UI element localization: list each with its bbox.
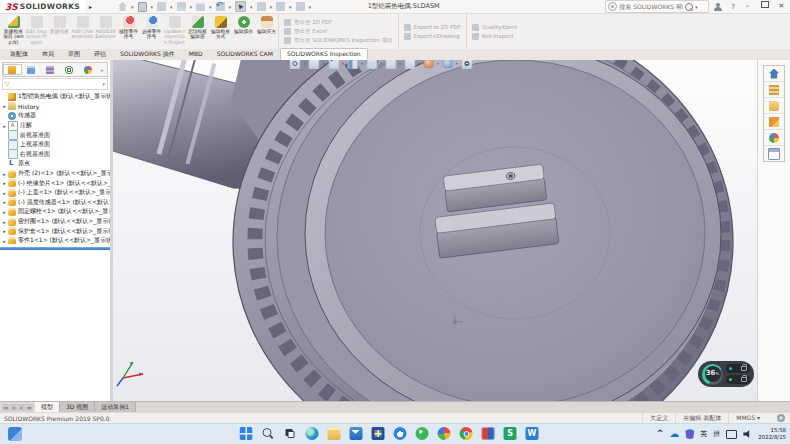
ribbon-tab[interactable]: 评估 — [87, 48, 113, 60]
ribbon-button[interactable]: 编辑检查方式 — [209, 14, 232, 49]
zoom-level-dial[interactable]: 36% — [702, 364, 723, 385]
expand-arrow-icon[interactable] — [1, 171, 8, 177]
tree-item[interactable]: History — [1, 102, 110, 112]
expand-arrow-icon[interactable] — [1, 199, 8, 205]
expand-arrow-icon[interactable] — [1, 238, 8, 244]
task-view-icon[interactable] — [284, 427, 297, 440]
edge-icon[interactable] — [306, 427, 319, 440]
units-selector[interactable]: MMGS ▾ — [728, 413, 767, 423]
search-icon[interactable] — [262, 427, 275, 440]
status-tag-icon[interactable] — [777, 414, 785, 422]
previous-view-icon[interactable] — [328, 60, 339, 69]
zoom-area-icon[interactable] — [309, 60, 320, 69]
tab-scroll-next-icon[interactable]: ▸ — [18, 404, 25, 411]
save-icon[interactable] — [177, 2, 186, 11]
ribbon-button[interactable]: 新建检查项目 (amp;N) — [2, 14, 25, 49]
display-style-icon[interactable] — [385, 60, 396, 69]
security-shield-icon[interactable] — [685, 429, 694, 439]
tree-item[interactable]: 右视基准面 — [1, 150, 110, 160]
configurationmanager-tab-icon[interactable] — [41, 64, 60, 75]
home-icon[interactable] — [118, 2, 127, 11]
minimize-button[interactable]: – — [739, 0, 756, 13]
file-explorer-icon[interactable] — [328, 427, 341, 440]
document-tab[interactable]: 3D 视图 — [60, 402, 95, 412]
speaker-icon[interactable] — [743, 430, 752, 439]
hide-show-items-icon[interactable] — [404, 60, 415, 69]
ribbon-tab[interactable]: 布局 — [35, 48, 61, 60]
ime-language-indicator[interactable]: 英 — [700, 426, 707, 442]
expand-arrow-icon[interactable] — [1, 103, 8, 109]
cloud-app-icon[interactable] — [394, 427, 407, 440]
displaymanager-tab-icon[interactable] — [78, 64, 97, 75]
undo-icon[interactable] — [216, 2, 225, 11]
word-app-icon[interactable]: W — [526, 427, 539, 440]
3d-model[interactable] — [113, 60, 757, 401]
tree-item[interactable]: 原点 — [1, 159, 110, 169]
expand-arrow-icon[interactable] — [1, 228, 8, 234]
panel-tabs-overflow-icon[interactable]: » — [97, 67, 107, 73]
expand-arrow-icon[interactable] — [1, 209, 8, 215]
zoom-fit-icon[interactable] — [290, 60, 301, 69]
maximize-button[interactable] — [756, 0, 773, 13]
ribbon-button[interactable]: 编辑买方 — [255, 14, 278, 49]
tree-item[interactable]: 外壳 (2)<1> (默认<<默认>_显示状态 — [1, 169, 110, 179]
tree-item[interactable]: (-) 上盖<1> (默认<<默认>_显示状态 — [1, 188, 110, 198]
scene-icon[interactable] — [442, 60, 453, 69]
ribbon-button[interactable]: 编辑操作 — [232, 14, 255, 49]
design-library-icon[interactable] — [764, 82, 784, 98]
tree-item[interactable]: 注解 — [1, 121, 110, 131]
help-button[interactable]: ? — [731, 3, 735, 11]
expand-arrow-icon[interactable] — [1, 219, 8, 225]
document-tab[interactable]: 运动算例1 — [95, 402, 136, 412]
tree-item[interactable]: 上视基准面 — [1, 140, 110, 150]
widgets-icon[interactable] — [8, 427, 22, 441]
ribbon-button[interactable]: 移除零件序号 — [117, 14, 140, 49]
ribbon-tab[interactable]: 草图 — [61, 48, 87, 60]
view-settings-icon[interactable] — [461, 60, 472, 69]
tab-scroll-last-icon[interactable]: ▸▸ — [26, 404, 33, 411]
propertymanager-tab-icon[interactable] — [22, 64, 41, 75]
file-explorer-icon[interactable] — [764, 98, 784, 114]
mail-icon[interactable] — [350, 427, 363, 440]
ribbon-tab[interactable]: 装配体 — [3, 48, 35, 60]
green-app-icon[interactable] — [416, 427, 429, 440]
user-account-icon[interactable] — [714, 3, 722, 11]
section-view-icon[interactable] — [347, 60, 358, 69]
ribbon-button[interactable]: 启动模板编辑器 — [186, 14, 209, 49]
ribbon-tab[interactable]: SOLIDWORKS Inspection — [280, 48, 368, 60]
ribbon-tab[interactable]: MBD — [182, 48, 210, 60]
close-button[interactable]: ✕ — [773, 0, 790, 13]
edit-appearance-icon[interactable] — [423, 60, 434, 69]
open-icon[interactable] — [157, 2, 166, 11]
ribbon-tab[interactable]: SOLIDWORKS 插件 — [113, 48, 182, 60]
search-icon[interactable] — [685, 3, 693, 11]
zoom-widget[interactable]: 36% — [698, 361, 754, 387]
print-icon[interactable] — [196, 2, 205, 11]
file-properties-icon[interactable] — [276, 2, 285, 11]
onedrive-icon[interactable]: ☁ — [669, 426, 679, 442]
chrome-icon[interactable] — [460, 427, 473, 440]
view-orientation-icon[interactable] — [366, 60, 377, 69]
featuremanager-tab-icon[interactable] — [3, 64, 22, 75]
rebuild-icon[interactable] — [257, 2, 266, 11]
search-box[interactable]: ▾ — [605, 0, 709, 13]
ribbon-tab[interactable]: SOLIDWORKS CAM — [210, 48, 280, 60]
widget-toggle-row[interactable] — [726, 375, 750, 384]
expand-arrow-icon[interactable] — [1, 123, 8, 129]
ime-pinyin-indicator[interactable]: 拼 — [713, 426, 720, 442]
tab-scroll-first-icon[interactable]: ◂◂ — [2, 404, 9, 411]
spreadsheet-app-icon[interactable]: S — [504, 427, 517, 440]
tree-item[interactable]: 零件1<1> (默认<<默认>_显示状态< — [1, 236, 110, 244]
tab-scroll-prev-icon[interactable]: ◂ — [10, 404, 17, 411]
custom-properties-icon[interactable] — [764, 146, 784, 161]
menu-expand-icon[interactable]: ▸ — [89, 3, 92, 10]
tree-item[interactable]: 1型铠装热电偶 (默认<默认_显示状态-1>) — [1, 92, 110, 102]
new-document-icon[interactable] — [138, 2, 147, 12]
filter-caret-icon[interactable]: ▾ — [102, 81, 105, 87]
tree-item[interactable]: 前视基准面 — [1, 130, 110, 140]
tree-item[interactable]: 保护套<1> (默认<<默认>_显示状态 — [1, 226, 110, 236]
store-icon[interactable] — [372, 427, 385, 440]
display-cast-icon[interactable] — [726, 430, 737, 439]
browser-wheel-icon[interactable] — [438, 427, 451, 440]
appearances-icon[interactable] — [764, 130, 784, 146]
